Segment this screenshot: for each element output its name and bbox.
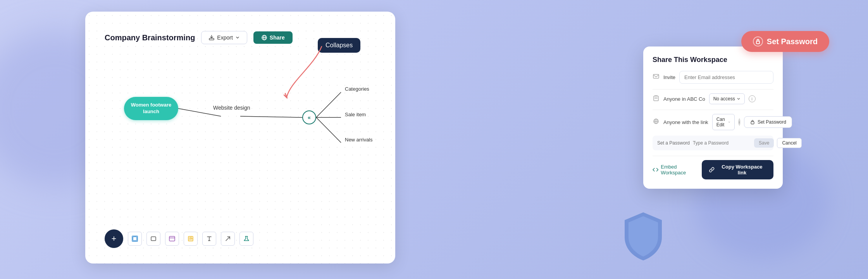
rectangle-icon	[150, 235, 157, 242]
code-icon	[653, 167, 658, 173]
info-icon-abc[interactable]: i	[749, 95, 756, 102]
svg-line-18	[226, 237, 230, 241]
svg-rect-27	[751, 122, 754, 124]
frame-icon	[131, 235, 138, 242]
copy-workspace-button[interactable]: Copy Workspace link	[702, 160, 773, 179]
anyone-abc-access: No access	[713, 96, 735, 102]
fab-stars-decoration: ✦	[121, 226, 126, 232]
anyone-link-dropdown[interactable]: Can Edit	[712, 114, 735, 130]
sticky-icon	[187, 235, 194, 242]
flask-tool[interactable]	[239, 232, 253, 246]
export-icon	[208, 34, 215, 41]
divider-3	[653, 156, 773, 156]
collapses-label: Collapses	[326, 42, 353, 48]
set-password-inline-button[interactable]: Set Password	[744, 116, 792, 128]
canvas-header: Company Brainstorming Export Share	[105, 31, 293, 44]
export-label: Export	[217, 34, 232, 41]
share-panel-footer: Embed Workspace Copy Workspace link	[653, 160, 773, 179]
svg-rect-12	[169, 236, 175, 241]
embed-workspace-link[interactable]: Embed Workspace	[653, 164, 702, 176]
divider-1	[653, 89, 773, 90]
lock-icon-inline	[750, 119, 755, 125]
svg-rect-21	[654, 96, 658, 101]
collapse-button[interactable]: «	[302, 110, 316, 124]
set-password-pill-button[interactable]: Set Password	[741, 31, 829, 52]
embed-label: Embed Workspace	[661, 164, 701, 176]
anyone-link-label: Anyone with the link	[663, 119, 708, 125]
anyone-abc-row: Anyone in ABC Co No access i	[653, 93, 773, 104]
card-tool[interactable]	[165, 232, 179, 246]
collapses-tooltip: Collapses	[318, 38, 360, 53]
svg-rect-11	[151, 237, 156, 241]
shield-graphic	[620, 209, 666, 264]
canvas-title: Company Brainstorming	[105, 33, 195, 42]
svg-rect-10	[133, 237, 137, 241]
frame-tool[interactable]	[128, 232, 142, 246]
divider-2	[653, 110, 773, 110]
password-save-button[interactable]: Save	[754, 138, 774, 148]
collapse-symbol: «	[308, 114, 311, 121]
globe-icon-link	[653, 118, 660, 127]
email-input[interactable]	[679, 71, 773, 84]
mind-map-area: Women footware launch Website design « C…	[101, 66, 380, 213]
globe-icon	[261, 34, 267, 41]
arrow-tool[interactable]	[221, 232, 235, 246]
password-label: Set a Password	[657, 140, 690, 146]
share-button[interactable]: Share	[253, 31, 293, 44]
branch-sale-item: Sale item	[345, 112, 366, 117]
password-cancel-button[interactable]: Cancel	[777, 138, 801, 148]
text-icon	[206, 235, 213, 242]
lock-icon-pill	[753, 36, 763, 46]
anyone-link-row: Anyone with the link Can Edit i Set Pass…	[653, 114, 773, 130]
bottom-toolbar: + ✦	[105, 229, 253, 248]
svg-line-5	[240, 116, 302, 117]
svg-rect-0	[209, 38, 214, 40]
main-node-label: Women footware launch	[127, 102, 175, 115]
share-panel-title: Share This Workspace	[653, 56, 773, 64]
share-panel: Share This Workspace Invite Anyone in AB…	[643, 46, 783, 189]
svg-line-8	[316, 117, 341, 143]
main-node[interactable]: Women footware launch	[124, 97, 178, 120]
set-password-pill-label: Set Password	[767, 37, 818, 46]
arrow-icon	[224, 235, 231, 242]
sticky-tool[interactable]	[184, 232, 198, 246]
svg-rect-23	[656, 98, 657, 98]
svg-rect-20	[653, 74, 659, 78]
card-icon	[169, 235, 176, 242]
flask-icon	[243, 235, 250, 242]
anyone-abc-dropdown[interactable]: No access	[709, 93, 745, 104]
password-input[interactable]	[693, 140, 751, 146]
chevron-down-icon	[235, 35, 240, 40]
anyone-link-access: Can Edit	[716, 117, 727, 127]
building-icon	[653, 95, 660, 103]
svg-rect-29	[756, 41, 760, 44]
invite-label: Invite	[663, 74, 675, 80]
set-password-inline-label: Set Password	[758, 119, 786, 125]
chevron-down-icon-abc	[737, 97, 741, 101]
mind-map-connections	[101, 66, 380, 213]
branch-new-arrivals: New arrivals	[345, 137, 373, 143]
rectangle-tool[interactable]	[146, 232, 160, 246]
website-design-label: Website design	[213, 105, 250, 111]
share-label: Share	[270, 34, 285, 41]
anyone-abc-label: Anyone in ABC Co	[663, 96, 705, 102]
invite-row: Invite	[653, 71, 773, 84]
branch-categories: Categories	[345, 86, 369, 92]
copy-workspace-label: Copy Workspace link	[718, 164, 766, 176]
link-icon	[709, 167, 715, 173]
envelope-icon	[653, 73, 660, 82]
svg-line-6	[316, 92, 341, 117]
text-tool[interactable]	[202, 232, 216, 246]
svg-rect-22	[655, 98, 656, 98]
info-icon-link[interactable]: i	[739, 119, 740, 126]
export-button[interactable]: Export	[201, 31, 247, 44]
fab-plus-icon: +	[112, 234, 117, 244]
chevron-down-icon-link	[728, 120, 730, 124]
password-row: Set a Password Save Cancel	[653, 136, 773, 150]
fab-add-button[interactable]: + ✦	[105, 229, 123, 248]
